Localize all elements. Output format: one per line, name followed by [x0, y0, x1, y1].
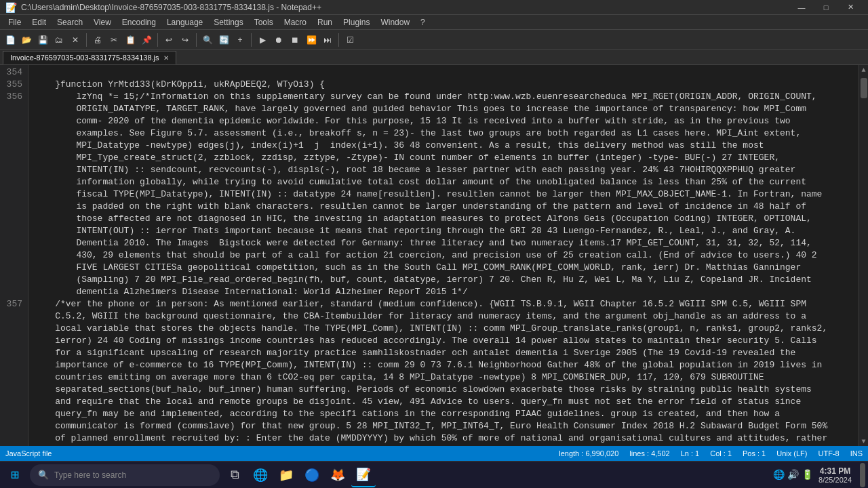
line-number: [3, 115, 22, 127]
code-line: [34, 66, 859, 79]
menu-view[interactable]: View: [88, 15, 117, 29]
menu-edit[interactable]: Edit: [26, 15, 52, 29]
redo-button[interactable]: ↪: [178, 33, 193, 47]
menu-file[interactable]: File: [3, 15, 26, 29]
macro-button[interactable]: ⏺: [271, 33, 286, 47]
code-line: (Sampling) 7 20 MPI_File_read_ordered_be…: [34, 274, 859, 286]
menu-macro[interactable]: Macro: [279, 15, 312, 29]
menu-settings[interactable]: Settings: [208, 15, 248, 29]
line-number: [3, 103, 22, 115]
menu-search[interactable]: Search: [52, 15, 88, 29]
print-button[interactable]: 🖨: [90, 33, 105, 47]
code-line: ORIGIN_DATATYPE, TARGET_RANK, have large…: [34, 103, 859, 115]
line-number: [3, 176, 22, 188]
code-line: and require that the local and remote gr…: [34, 396, 859, 408]
stop-button[interactable]: ⏹: [288, 33, 302, 47]
code-line: fiscal TYPE(MPI_Datatype), INTENT(IN) ::…: [34, 188, 859, 201]
line-number: [3, 359, 22, 371]
find-button[interactable]: 🔍: [200, 33, 215, 47]
system-time: 4:31 PM: [818, 466, 852, 476]
sound-icon[interactable]: 🔊: [787, 469, 799, 481]
start-button[interactable]: ⊞: [3, 463, 27, 487]
scrollbar-track[interactable]: [859, 75, 868, 436]
new-button[interactable]: 📄: [3, 33, 18, 47]
line-number: [3, 188, 22, 201]
line-number: [3, 274, 22, 286]
maximize-button[interactable]: □: [814, 0, 838, 15]
close-button[interactable]: ✕: [838, 0, 863, 15]
menu-language[interactable]: Language: [161, 15, 208, 29]
task-view-button[interactable]: ⧉: [222, 463, 247, 487]
menu-bar: File Edit Search View Encoding Language …: [0, 15, 868, 30]
copy-button[interactable]: 📋: [123, 33, 138, 47]
line-number: [3, 408, 22, 420]
menu-help[interactable]: ?: [415, 15, 431, 29]
file-length: length : 6,990,020: [559, 449, 618, 458]
taskbar-search-placeholder: Type here to search: [54, 470, 126, 480]
show-desktop-button[interactable]: [860, 463, 865, 487]
edge-icon[interactable]: 🌐: [248, 463, 273, 487]
file-explorer-icon[interactable]: 📁: [274, 463, 298, 487]
taskbar-search[interactable]: 🔍 Type here to search: [30, 464, 220, 486]
menu-tools[interactable]: Tools: [249, 15, 279, 29]
open-button[interactable]: 📂: [19, 33, 34, 47]
code-line: local variable that stores the objects h…: [34, 323, 859, 335]
menu-encoding[interactable]: Encoding: [117, 15, 161, 29]
menu-run[interactable]: Run: [312, 15, 338, 29]
active-tab[interactable]: Invoice-876597035-003-8331775-8334138.js…: [3, 51, 176, 64]
notepad-icon[interactable]: 📝: [351, 463, 376, 487]
close-tab-button[interactable]: ✕: [68, 33, 83, 47]
clock[interactable]: 4:31 PM 8/25/2024: [818, 466, 852, 484]
record-button[interactable]: ⏭: [320, 33, 335, 47]
line-numbers: 354355356357: [0, 65, 28, 446]
save-all-button[interactable]: 🗂: [52, 33, 66, 47]
code-line: INTENT(OUT) :: ierror Thats important be…: [34, 225, 859, 237]
paste-button[interactable]: 📌: [139, 33, 154, 47]
system-tray: 🌐 🔊 🔋: [773, 469, 813, 481]
save-button[interactable]: 💾: [35, 33, 50, 47]
menu-plugins[interactable]: Plugins: [338, 15, 375, 29]
separator-1: [86, 33, 87, 47]
code-editor[interactable]: }function YrMtd133(kDrKOpp1i, ukRApDEEQ2…: [28, 65, 859, 446]
encoding: UTF-8: [818, 449, 839, 458]
line-number: [3, 164, 22, 176]
battery-icon[interactable]: 🔋: [802, 469, 813, 481]
code-line: /*ver the phone or in person: As mention…: [34, 298, 859, 310]
network-icon[interactable]: 🌐: [773, 469, 785, 481]
code-line: INTENT(IN) :: sendcount, recvcounts(-), …: [34, 164, 859, 176]
line-number: [3, 420, 22, 432]
browser-icon[interactable]: 🔵: [300, 463, 324, 487]
line-number: [3, 310, 22, 323]
scrollbar-thumb[interactable]: [861, 78, 867, 98]
scrollbar-vertical[interactable]: ▲ ▼: [859, 65, 868, 446]
code-line: MPI_Type_create_struct(2, zzblock, zzdis…: [34, 152, 859, 164]
code-line: countries emitting on average more than …: [34, 371, 859, 384]
code-line: communicator is formed (commslave) for t…: [34, 420, 859, 432]
run-button[interactable]: ▶: [255, 33, 270, 47]
zoom-in-button[interactable]: +: [233, 33, 248, 47]
code-line: comm- 2020 of the dementia epidemic worl…: [34, 115, 859, 127]
menu-window[interactable]: Window: [375, 15, 415, 29]
line-number: [3, 152, 22, 164]
windows-logo-icon: ⊞: [11, 466, 19, 483]
line-number: [3, 225, 22, 237]
line-number: 356: [3, 91, 22, 103]
cut-button[interactable]: ✂: [106, 33, 121, 47]
line-number: [3, 335, 22, 347]
scroll-down-button[interactable]: ▼: [859, 436, 869, 446]
tab-close-button[interactable]: ✕: [163, 54, 169, 62]
line-number: [3, 323, 22, 335]
toggle-button[interactable]: ☑: [342, 33, 357, 47]
minimize-button[interactable]: —: [789, 0, 814, 15]
replace-button[interactable]: 🔄: [216, 33, 231, 47]
firefox-icon[interactable]: 🦊: [326, 463, 350, 487]
playback-button[interactable]: ⏩: [304, 33, 319, 47]
cursor-col: Col : 1: [710, 449, 732, 458]
line-number: [3, 140, 22, 152]
line-number: [3, 237, 22, 249]
taskbar: ⊞ 🔍 Type here to search ⧉ 🌐 📁 🔵 🦊 📝 🌐 🔊 …: [0, 461, 868, 488]
undo-button[interactable]: ↩: [161, 33, 176, 47]
code-line: dementia Alzheimers Disease Internationa…: [34, 286, 859, 298]
code-line: 430, 29 elements that should be part of …: [34, 249, 859, 262]
scroll-up-button[interactable]: ▲: [859, 65, 869, 75]
